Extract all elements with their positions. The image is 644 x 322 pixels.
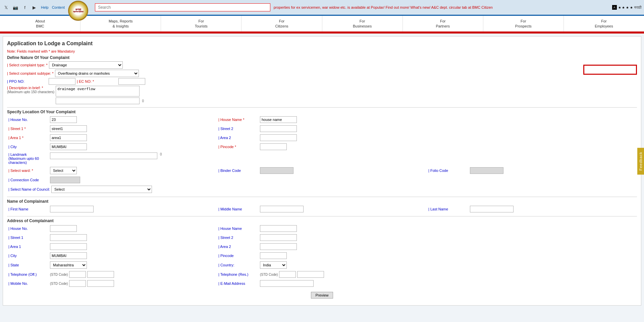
area2-input[interactable] bbox=[260, 134, 297, 141]
folio-code-input[interactable] bbox=[470, 167, 503, 174]
red-divider bbox=[0, 33, 644, 34]
complaint-type-select[interactable]: Drainage bbox=[49, 61, 123, 69]
complaint-subtype-row: | Select complaint subtype: * Overflowin… bbox=[7, 70, 577, 77]
middle-name-input[interactable] bbox=[260, 206, 304, 212]
facebook-icon[interactable]: f bbox=[21, 4, 28, 11]
connection-code-input[interactable] bbox=[50, 177, 80, 183]
bmc-logo: बृहन्मुंबईमहानगरपालिका bbox=[68, 1, 88, 21]
street2-label: | Street 2 bbox=[218, 127, 259, 131]
nav-for-businesses[interactable]: For Businesses bbox=[322, 16, 403, 31]
first-name-label: | First Name bbox=[8, 207, 49, 211]
addr-pincode-input[interactable] bbox=[260, 252, 287, 259]
addr-pincode-row: | Pincode bbox=[218, 252, 426, 259]
city-input[interactable] bbox=[50, 143, 87, 150]
email-input[interactable] bbox=[260, 280, 314, 287]
top-bar: 𝕏 📷 f ▶ Help Content बृहन्मुंबईमहानगरपाल… bbox=[0, 0, 644, 15]
street1-input[interactable] bbox=[50, 125, 87, 132]
addr-country-label: | Country: bbox=[218, 263, 259, 267]
logo-area: बृहन्मुंबईमहानगरपालिका bbox=[68, 0, 88, 21]
std-code-input1[interactable] bbox=[69, 271, 86, 278]
addr-state-select[interactable]: Maharashtra bbox=[50, 261, 87, 269]
addr-street2-input[interactable] bbox=[260, 234, 297, 241]
help-link[interactable]: Help bbox=[41, 5, 49, 9]
connection-code-label: | Connection Code bbox=[8, 178, 49, 182]
ppo-ec-row: | PPO NO: | EC NO: * bbox=[7, 78, 577, 85]
nav-for-prospects[interactable]: For Prospects bbox=[483, 16, 564, 31]
addr-house-name-input[interactable] bbox=[260, 225, 297, 232]
instagram-icon[interactable]: 📷 bbox=[12, 4, 19, 11]
font-size-a-small[interactable]: A bbox=[612, 5, 617, 10]
telephone-res-input[interactable] bbox=[297, 271, 324, 278]
select-ward-label: | Select ward: * bbox=[8, 169, 49, 173]
house-no-input[interactable] bbox=[50, 116, 77, 123]
email-row: | E-Mail Address bbox=[218, 280, 426, 287]
complaint-type-row: | Select complaint type: * Drainage bbox=[7, 61, 577, 69]
ec-input[interactable] bbox=[118, 78, 145, 85]
std-code-input3[interactable] bbox=[69, 280, 86, 287]
nav-for-tourists[interactable]: For Tourists bbox=[161, 16, 241, 31]
house-name-row: | House Name * bbox=[218, 116, 426, 123]
feedback-tab[interactable]: Feedback bbox=[637, 147, 644, 174]
preview-button[interactable]: Preview bbox=[311, 292, 333, 299]
address-table: | House No. | House Name | Street 1 bbox=[7, 224, 637, 288]
nav-maps-reports[interactable]: Maps, Reports & Insights bbox=[80, 16, 161, 31]
landmark-label: | Landmark (Maximum upto 60 characters) bbox=[8, 152, 49, 165]
mobile-input[interactable] bbox=[87, 280, 114, 287]
binder-code-row: | Binder Code bbox=[218, 167, 426, 174]
nav-bar: About BMC Maps, Reports & Insights For T… bbox=[0, 16, 644, 33]
last-name-input[interactable] bbox=[470, 206, 514, 212]
street2-input[interactable] bbox=[260, 125, 297, 132]
search-input[interactable] bbox=[95, 3, 270, 11]
area1-input[interactable] bbox=[50, 134, 87, 141]
addr-area1-input[interactable] bbox=[50, 243, 87, 250]
addr-country-select[interactable]: India bbox=[260, 261, 287, 269]
select-ward-select[interactable]: Select bbox=[50, 167, 77, 174]
addr-area2-input[interactable] bbox=[260, 243, 297, 250]
area1-row: | Area 1 * bbox=[8, 134, 216, 141]
addr-state-label: | State bbox=[8, 263, 49, 267]
address-section-title: Address of Complainant bbox=[7, 218, 637, 223]
house-no-label: | House No. bbox=[8, 118, 49, 122]
nav-about-bmc[interactable]: About BMC bbox=[0, 16, 80, 31]
pincode-row: | Pincode * bbox=[218, 143, 426, 150]
desc-textarea[interactable]: drainage overflow bbox=[56, 86, 140, 96]
telephone-off-label: | Telephone (Off.) bbox=[8, 272, 49, 276]
addr-street1-input[interactable] bbox=[50, 234, 87, 241]
nav-for-employees[interactable]: For Employees bbox=[564, 16, 644, 31]
content-link[interactable]: Content bbox=[52, 5, 65, 9]
area1-label: | Area 1 * bbox=[8, 136, 49, 140]
twitter-icon[interactable]: 𝕏 bbox=[3, 4, 9, 11]
preview-area: Preview bbox=[7, 292, 637, 299]
select-council-label: | Select Name of Council: bbox=[8, 187, 50, 191]
addr-area1-row: | Area 1 bbox=[8, 243, 216, 250]
telephone-off-input[interactable] bbox=[87, 271, 114, 278]
nav-for-citizens[interactable]: For Citizens bbox=[241, 16, 322, 31]
binder-code-input[interactable] bbox=[260, 167, 293, 174]
addr-area1-label: | Area 1 bbox=[8, 245, 49, 249]
addr-country-row: | Country: India bbox=[218, 261, 426, 269]
complaint-subtype-select[interactable]: Overflowing drains or manholes bbox=[55, 70, 139, 77]
addr-house-no-row: | House No. bbox=[8, 225, 216, 232]
desc-extra-input[interactable] bbox=[56, 98, 140, 104]
first-name-input[interactable] bbox=[50, 206, 94, 212]
addr-city-input[interactable] bbox=[50, 252, 87, 259]
nav-for-partners[interactable]: For Partners bbox=[403, 16, 483, 31]
email-label: | E-Mail Address bbox=[218, 281, 259, 285]
house-name-input[interactable] bbox=[260, 116, 297, 123]
desc-label: | Description in brief: * (Maximum upto … bbox=[7, 86, 54, 94]
marathi-label[interactable]: मराठी bbox=[634, 5, 641, 10]
youtube-icon[interactable]: ▶ bbox=[31, 4, 38, 11]
define-section-title: Define Nature Of Your Complaint bbox=[7, 55, 637, 60]
std-code-input2[interactable] bbox=[279, 271, 296, 278]
specify-section-title: Specify Location Of Your Complaint bbox=[7, 110, 637, 114]
addr-pincode-label: | Pincode bbox=[218, 254, 259, 258]
main-content: Application to Lodge a Complaint Note: F… bbox=[3, 36, 641, 306]
addr-street1-label: | Street 1 bbox=[8, 236, 49, 240]
ppo-input[interactable] bbox=[49, 78, 75, 85]
addr-house-no-input[interactable] bbox=[50, 225, 77, 232]
landmark-row: | Landmark (Maximum upto 60 characters) … bbox=[8, 152, 636, 165]
select-council-select[interactable]: Select bbox=[51, 186, 152, 193]
landmark-input[interactable] bbox=[50, 152, 157, 159]
telephone-res-label: | Telephone (Res.) bbox=[218, 272, 259, 276]
pincode-input[interactable] bbox=[260, 143, 287, 150]
